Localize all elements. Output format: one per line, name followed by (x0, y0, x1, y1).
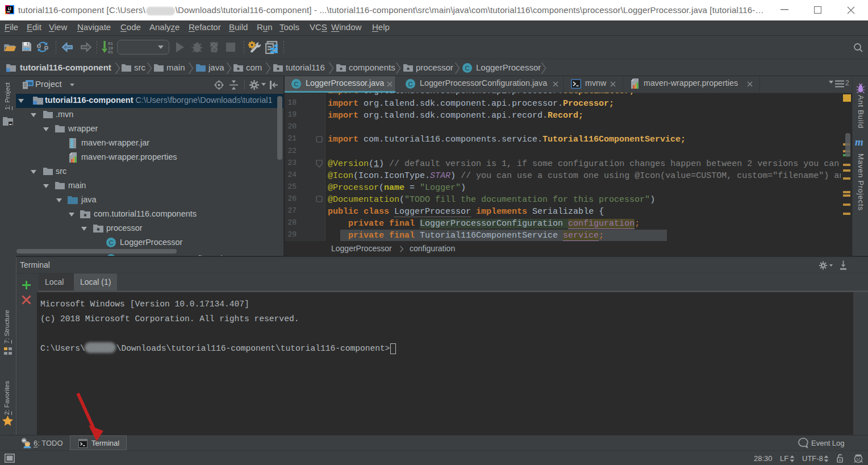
svg-text:C: C (294, 81, 299, 88)
svg-text:01: 01 (108, 50, 114, 53)
svg-text:C: C (465, 65, 470, 72)
svg-text:IJ: IJ (8, 7, 11, 11)
svg-text:C: C (408, 81, 413, 88)
svg-text:C: C (109, 239, 114, 246)
